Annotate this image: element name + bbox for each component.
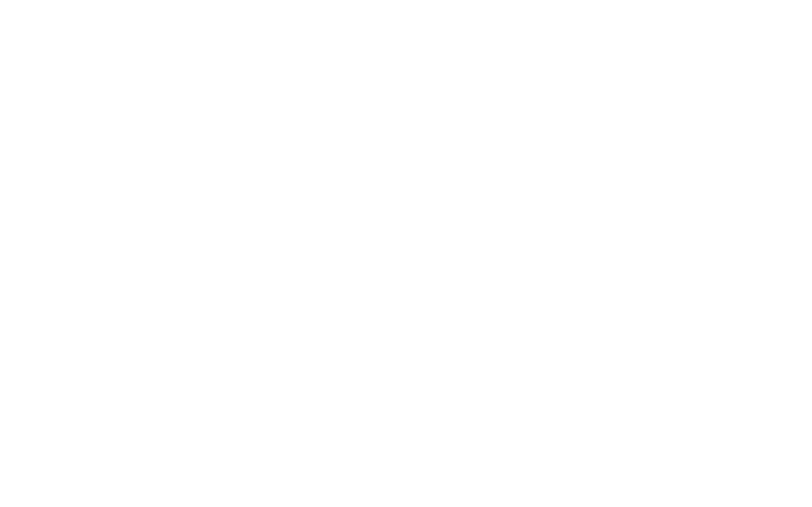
- page: [0, 0, 812, 507]
- connector-svg: [0, 59, 812, 507]
- diagram: [0, 59, 812, 507]
